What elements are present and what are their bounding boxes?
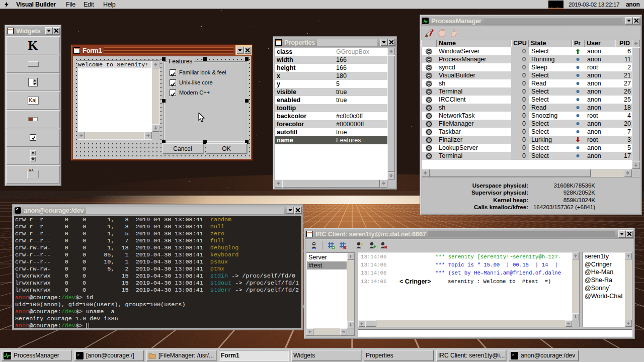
svg-text:?: ? — [360, 242, 363, 247]
svg-text:>: > — [77, 352, 79, 357]
svg-text:>: > — [512, 352, 514, 357]
